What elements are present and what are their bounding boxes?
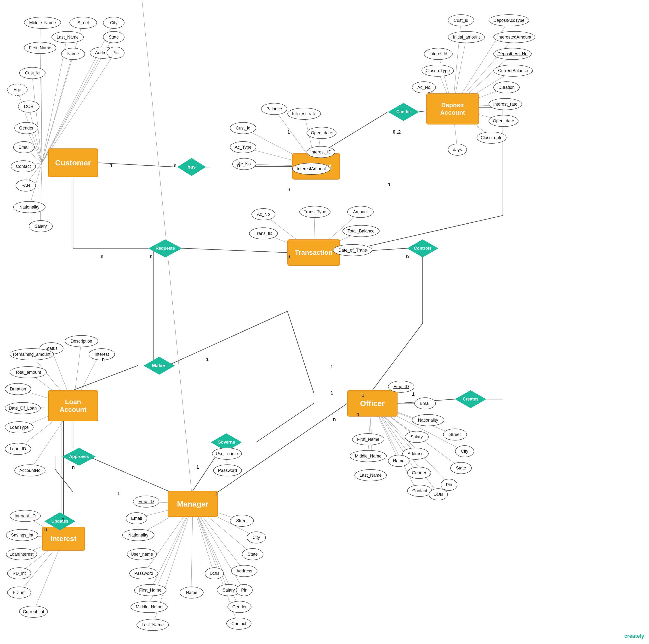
attr-dep-initial-amt: Initial_amount — [448, 31, 485, 43]
can-be-diamond: Can be — [388, 103, 419, 121]
attr-dep-interested-amt: InterestedAmount — [493, 31, 535, 43]
customer-entity[interactable]: Customer — [48, 148, 98, 177]
attr-off-street: Street — [443, 428, 467, 441]
attr-off-city: City — [455, 445, 474, 457]
attr-mgr-nationality: Nationality — [122, 529, 155, 541]
svg-line-38 — [42, 53, 115, 163]
svg-line-15 — [168, 311, 287, 366]
attr-date-of-trans: Date_of_Trans — [333, 244, 373, 256]
attr-dep-closure-type: ClosureType — [422, 65, 454, 77]
attr-trans-amount: Amount — [347, 206, 374, 218]
interest-entity[interactable]: Interest — [42, 527, 85, 551]
attr-dep-acc-type: DepositAccType — [488, 14, 529, 26]
attr-pin: Pin — [106, 47, 125, 59]
attr-off-middle-name: Middle_Name — [350, 450, 387, 462]
attr-acc-balance: Balance — [261, 103, 287, 115]
svg-line-16 — [287, 311, 314, 393]
creates-diamond: Creates — [455, 390, 486, 408]
attr-cust-id: Cust_id — [19, 67, 45, 79]
cardinality-n1: n — [174, 163, 176, 168]
cardinality-n2: n — [237, 163, 240, 168]
svg-line-21 — [55, 469, 73, 492]
attr-trans-id: Trans_ID — [249, 227, 278, 239]
cardinality-req-n: n — [100, 254, 103, 259]
attr-acc-cust-id: Cust_id — [230, 122, 256, 134]
attr-int-savings: Savings_int — [6, 529, 38, 541]
attr-int-rd: RD_int — [7, 567, 31, 579]
cardinality-off-gov-1: 1 — [357, 412, 359, 417]
svg-line-17 — [73, 366, 138, 390]
cardinality-mgr-n: n — [333, 417, 336, 422]
svg-line-22 — [256, 403, 314, 442]
svg-line-32 — [42, 23, 114, 163]
attr-off-email: Email — [414, 398, 436, 409]
attr-off-last-name: Last_Name — [354, 469, 387, 481]
cardinality-makes-n: n — [102, 357, 105, 362]
attr-first-name: First_Name — [24, 42, 56, 54]
attr-int-current: Current_int — [19, 606, 48, 618]
cardinality-upd-1: 1 — [62, 517, 64, 523]
cardinality-creates-1: 1 — [412, 392, 415, 397]
loan-account-entity[interactable]: Loan Account — [48, 390, 98, 421]
attr-off-dob: DOB — [429, 489, 448, 500]
cardinality-req-n2: n — [150, 254, 153, 259]
watermark: creately — [624, 633, 644, 639]
attr-last-name: Last_Name — [51, 31, 84, 43]
cardinality-gov-1: 1 — [216, 491, 218, 496]
attr-int-fd: FD_int — [7, 587, 31, 599]
svg-line-24 — [218, 403, 347, 492]
attr-loan-date: Date_Of_Loan — [5, 402, 41, 414]
attr-salary: Salary — [29, 220, 53, 232]
svg-line-9 — [182, 248, 287, 252]
attr-dep-close-date: Close_date — [477, 132, 507, 144]
attr-off-nationality: Nationality — [412, 414, 444, 426]
attr-dep-ac-no: Deposit_Ac_No — [493, 48, 532, 60]
attr-loan-type: LoanType — [5, 421, 34, 433]
attr-name: Name — [61, 48, 85, 60]
attr-trans-type: Trans_Type — [299, 206, 331, 218]
attr-mgr-street: Street — [230, 515, 254, 527]
attr-mgr-name: Name — [180, 587, 204, 599]
attr-mgr-pin: Pin — [236, 584, 253, 596]
attr-mgr-middle-name: Middle_Name — [131, 601, 168, 613]
controls-diamond: Controls — [407, 239, 438, 257]
svg-line-36 — [42, 54, 73, 163]
attr-dep-open-date: Open_date — [488, 115, 518, 127]
attr-mgr-contact: Contact — [226, 618, 252, 630]
attr-off-emp-id: Emp_ID — [388, 381, 414, 393]
svg-line-37 — [42, 53, 102, 163]
attr-dep-cur-balance: CurrentBalance — [493, 65, 533, 77]
attr-mgr-first-name: First_Name — [134, 584, 166, 596]
cardinality-approves-n: n — [72, 464, 75, 470]
svg-line-41 — [29, 106, 42, 163]
attr-trans-ac-no: Ac_No — [252, 208, 275, 220]
attr-mgr-password: Password — [129, 567, 158, 579]
attr-contact: Contact — [11, 160, 36, 172]
cardinality-off-1b: 1 — [331, 390, 333, 396]
approves-diamond: Approves — [62, 448, 96, 466]
attr-mgr-address: Address — [231, 565, 257, 577]
attr-dep-cust-id: Cust_id — [448, 14, 474, 26]
attr-city: City — [103, 17, 125, 29]
attr-mgr-gender: Gender — [227, 601, 252, 613]
makes-diamond: Makes — [144, 357, 175, 375]
deposit-account-entity[interactable]: Deposit Account — [426, 93, 479, 125]
attr-acc-no: Ac_No — [232, 158, 256, 170]
er-diagram: Customer Account Deposit Account Transac… — [0, 0, 649, 644]
connections-layer — [0, 0, 649, 644]
officer-entity[interactable]: Officer — [347, 390, 397, 417]
cardinality-ctrl-n: n — [406, 254, 409, 259]
requests-diamond: Requests — [148, 239, 182, 257]
attr-int-loan: LoanInterest — [6, 548, 37, 560]
attr-age: Age — [7, 84, 28, 96]
attr-off-name: Name — [388, 455, 409, 467]
attr-dep-ac-no2: Ac_No — [412, 81, 436, 93]
svg-line-35 — [40, 48, 42, 163]
transaction-entity[interactable]: Transaction — [287, 239, 340, 266]
cardinality-approves-1: 1 — [117, 491, 120, 496]
cardinality-1: 1 — [110, 163, 113, 168]
manager-entity[interactable]: Manager — [168, 491, 218, 517]
attr-gender: Gender — [14, 122, 38, 134]
attr-mgr-state: State — [242, 548, 263, 560]
cardinality-off-ctrl-1: 1 — [362, 393, 364, 398]
